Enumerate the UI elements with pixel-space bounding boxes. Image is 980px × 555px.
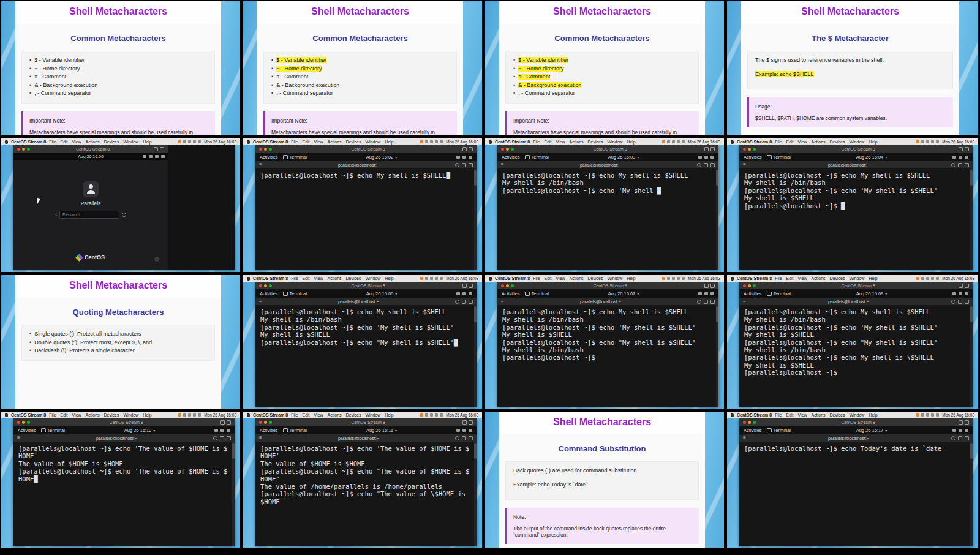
terminal-output[interactable]: [parallels@localhost ~]$ echo My shell i… xyxy=(255,305,477,407)
parallels-icon[interactable] xyxy=(420,413,423,417)
activities-button[interactable]: Activities xyxy=(502,291,520,296)
parallels-icon[interactable] xyxy=(916,277,919,280)
parallels-icon[interactable] xyxy=(916,140,919,143)
menu-item[interactable]: Actions xyxy=(812,276,826,281)
menu-item[interactable]: View xyxy=(798,413,807,417)
terminal-app-indicator[interactable]: Terminal xyxy=(283,154,307,160)
volume-icon[interactable] xyxy=(155,155,159,158)
menu-app-name[interactable]: CentOS Stream 8 xyxy=(495,140,530,144)
battery-icon[interactable] xyxy=(188,413,191,417)
new-tab-icon[interactable] xyxy=(958,436,962,440)
control-center-icon[interactable] xyxy=(936,140,939,143)
display-icon[interactable] xyxy=(425,413,428,417)
window-toolbar-icons[interactable] xyxy=(462,420,473,425)
menu-app-name[interactable]: CentOS Stream 8 xyxy=(737,140,772,144)
system-status-icons[interactable] xyxy=(698,156,714,159)
gnome-clock[interactable]: Aug 26 16:07▾ xyxy=(608,291,639,296)
battery-icon[interactable] xyxy=(469,429,472,432)
activities-button[interactable]: Activities xyxy=(260,428,278,433)
fullscreen-icon[interactable] xyxy=(227,420,231,425)
menu-item[interactable]: Devices xyxy=(346,276,361,281)
terminal-output[interactable]: [parallels@localhost ~]$ echo My shell i… xyxy=(497,168,718,270)
apple-icon[interactable] xyxy=(247,277,250,281)
parallels-icon[interactable] xyxy=(420,140,423,143)
volume-icon[interactable] xyxy=(704,156,708,159)
gnome-clock[interactable]: Aug 26 16:17▾ xyxy=(856,428,888,433)
menu-item[interactable]: File xyxy=(775,276,782,281)
activities-button[interactable]: Activities xyxy=(502,154,520,160)
gnome-clock[interactable]: Aug 26 16:10▾ xyxy=(124,428,156,433)
battery-icon[interactable] xyxy=(710,292,714,295)
menu-item[interactable]: Help xyxy=(143,140,151,144)
window-title-bar[interactable]: CentOS Stream 8 xyxy=(255,145,477,153)
window-toolbar-icons[interactable] xyxy=(154,147,164,151)
wifi-icon[interactable] xyxy=(435,413,438,417)
menu-item[interactable]: Edit xyxy=(786,413,793,417)
user-avatar[interactable] xyxy=(83,181,99,197)
zoom-window-button[interactable] xyxy=(269,148,272,151)
menu-item[interactable]: View xyxy=(798,140,807,144)
terminal-app-indicator[interactable]: Terminal xyxy=(525,154,549,160)
display-icon[interactable] xyxy=(921,413,924,417)
menu-item[interactable]: File xyxy=(533,140,540,144)
window-toolbar-icons[interactable] xyxy=(221,420,231,425)
menu-item[interactable]: Window xyxy=(123,413,138,417)
menu-item[interactable]: View xyxy=(798,276,807,281)
close-window-button[interactable] xyxy=(501,148,504,151)
scrollbar[interactable] xyxy=(474,305,477,407)
menu-clock[interactable]: Mon 26 Aug 16:03 xyxy=(942,413,974,417)
search-icon[interactable] xyxy=(455,436,459,440)
window-title-bar[interactable]: CentOS Stream 8 xyxy=(13,145,168,153)
window-toolbar-icons[interactable] xyxy=(462,284,473,288)
terminal-output[interactable]: [parallels@localhost ~]$ echo 'The value… xyxy=(255,442,477,546)
menu-item[interactable]: Actions xyxy=(86,413,100,417)
window-menu-icon[interactable] xyxy=(469,300,473,304)
new-tab-icon[interactable] xyxy=(220,436,224,440)
window-title-bar[interactable]: CentOS Stream 8 xyxy=(739,282,973,289)
menu-item[interactable]: File xyxy=(49,140,56,144)
volume-icon[interactable] xyxy=(704,292,708,295)
battery-icon[interactable] xyxy=(672,140,675,143)
display-icon[interactable] xyxy=(921,277,924,280)
gnome-clock[interactable]: Aug 26 16:02▾ xyxy=(366,154,398,160)
menu-item[interactable]: View xyxy=(72,413,81,417)
window-menu-icon[interactable] xyxy=(710,163,715,167)
window-menu-icon[interactable] xyxy=(469,163,473,167)
menu-item[interactable]: Edit xyxy=(786,140,793,144)
menu-item[interactable]: Help xyxy=(869,140,877,144)
menu-clock[interactable]: Mon 26 Aug 16:03 xyxy=(942,276,974,281)
terminal-app-indicator[interactable]: Terminal xyxy=(283,291,307,296)
screenshot-icon[interactable] xyxy=(959,147,963,151)
wifi-icon[interactable] xyxy=(931,277,934,280)
fullscreen-icon[interactable] xyxy=(469,284,473,288)
menu-clock[interactable]: Mon 26 Aug 16:03 xyxy=(446,140,478,144)
close-window-button[interactable] xyxy=(17,421,20,424)
battery-icon[interactable] xyxy=(926,277,929,280)
fullscreen-icon[interactable] xyxy=(710,284,715,288)
system-status-icons[interactable] xyxy=(456,429,472,432)
control-center-icon[interactable] xyxy=(682,277,685,280)
control-center-icon[interactable] xyxy=(682,140,685,143)
window-menu-icon[interactable] xyxy=(965,436,969,440)
menu-app-name[interactable]: CentOS Stream 8 xyxy=(253,140,288,144)
new-tab-icon[interactable] xyxy=(958,300,962,304)
wifi-icon[interactable] xyxy=(193,140,196,143)
menu-item[interactable]: Help xyxy=(143,413,151,417)
scrollbar[interactable] xyxy=(970,442,973,546)
window-toolbar-icons[interactable] xyxy=(959,284,969,288)
terminal-output[interactable]: [parallels@localhost ~]$ echo My shell i… xyxy=(739,168,973,270)
menu-item[interactable]: Help xyxy=(627,276,635,281)
battery-icon[interactable] xyxy=(430,140,433,143)
zoom-window-button[interactable] xyxy=(511,148,514,151)
wifi-icon[interactable] xyxy=(677,140,680,143)
system-status-icons[interactable] xyxy=(952,292,968,295)
menu-item[interactable]: Help xyxy=(385,276,393,281)
keyboard-layout-icon[interactable] xyxy=(456,429,460,432)
search-icon[interactable] xyxy=(455,163,459,167)
menu-item[interactable]: Window xyxy=(849,413,864,417)
window-toolbar-icons[interactable] xyxy=(959,420,969,425)
battery-icon[interactable] xyxy=(926,140,929,143)
search-icon[interactable] xyxy=(455,300,459,304)
scrollbar[interactable] xyxy=(716,168,718,270)
parallels-icon[interactable] xyxy=(178,413,181,417)
